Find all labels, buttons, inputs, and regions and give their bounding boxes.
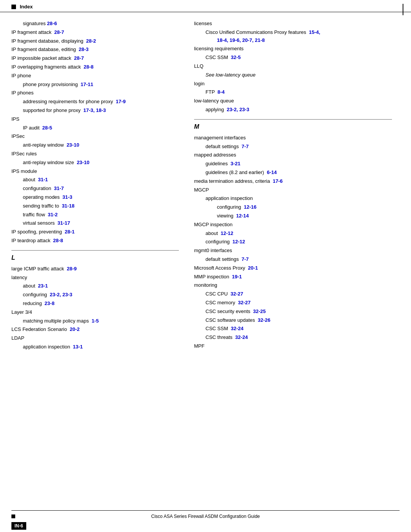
entry-text: large ICMP traffic attack [11, 266, 67, 272]
entry-link[interactable]: 17-3, 18-3 [83, 107, 106, 113]
list-item: Cisco Unified Communications Proxy featu… [194, 29, 392, 45]
footer-book-title: Cisco ASA Series Firewall ASDM Configura… [151, 514, 260, 519]
right-column: licenses Cisco Unified Communications Pr… [186, 20, 392, 352]
list-item: IPS module [11, 168, 179, 176]
entry-link[interactable]: 8-4 [218, 89, 225, 95]
entry-text: sending traffic to [23, 203, 62, 209]
left-column: signatures 28-6 IP fragment attack 28-7 … [11, 20, 186, 352]
entry-link[interactable]: 32-26 [258, 317, 270, 323]
entry-link[interactable]: 31-18 [62, 203, 74, 209]
entry-text: IP overlapping fragments attack [11, 64, 84, 70]
page-container: Index signatures 28-6 IP fragment attack… [0, 0, 411, 532]
entry-link[interactable]: 17-6 [273, 178, 283, 184]
entry-link[interactable]: 20-1 [248, 265, 258, 271]
entry-link[interactable]: 32-27 [231, 291, 243, 297]
entry-link[interactable]: 28-1 [65, 229, 75, 235]
entry-link[interactable]: 19-1 [232, 274, 242, 280]
entry-link[interactable]: 3-21 [231, 161, 241, 166]
list-item: CSC memory 32-27 [194, 299, 392, 307]
entry-text: application inspection [23, 344, 73, 350]
list-item: IP fragment database, editing 28-3 [11, 46, 179, 54]
entry-link[interactable]: 28-2 [86, 38, 96, 44]
entry-link[interactable]: 32-25 [253, 308, 266, 314]
entry-link[interactable]: 20-2 [70, 326, 80, 332]
entry-text: IPS [11, 116, 19, 122]
entry-text: IP fragment database, displaying [11, 38, 86, 44]
list-item: IPSec rules [11, 150, 179, 158]
entry-link[interactable]: 12-14 [236, 213, 249, 219]
entry-link[interactable]: 13-1 [73, 344, 83, 350]
list-item: MMP inspection 19-1 [194, 273, 392, 281]
entry-link[interactable]: 7-7 [242, 144, 249, 149]
entry-text: login [194, 81, 204, 86]
entry-link[interactable]: 32-27 [238, 300, 250, 305]
entry-link[interactable]: 31-7 [54, 185, 64, 191]
list-item: default settings 7-7 [194, 256, 392, 264]
list-item: IP teardrop attack 28-8 [11, 237, 179, 245]
entry-text: matching multiple policy maps [23, 318, 92, 324]
list-item: CSC SSM 32-5 [194, 54, 392, 62]
entry-text: IP fragment attack [11, 29, 54, 35]
entry-link[interactable]: 28-6 [47, 21, 57, 26]
entry-text: IP audit [23, 125, 42, 131]
entry-link[interactable]: 12-16 [244, 204, 256, 210]
entry-text: IP impossible packet attack [11, 55, 74, 61]
entry-link[interactable]: 28-8 [53, 238, 63, 243]
list-item: CSC software updates 32-26 [194, 316, 392, 324]
list-item: application inspection [194, 195, 392, 203]
entry-link[interactable]: 32-24 [231, 326, 243, 331]
list-item: login [194, 80, 392, 88]
entry-link[interactable]: 23-2, 23-3 [227, 107, 249, 112]
entry-link[interactable]: 7-7 [242, 256, 249, 262]
header-right-border [403, 4, 403, 15]
entry-link[interactable]: 17-11 [81, 81, 93, 87]
entry-link[interactable]: 32-24 [235, 334, 248, 340]
list-item: mgmt0 interfaces [194, 247, 392, 255]
entry-link[interactable]: 28-9 [67, 266, 76, 272]
list-item: viewing 12-14 [194, 212, 392, 220]
entry-link[interactable]: 23-1 [38, 283, 48, 289]
entry-text: LCS Federation Scenario [11, 326, 70, 332]
entry-link[interactable]: 18-4, 19-6, 20-7, 21-8 [217, 37, 265, 43]
list-item: anti-replay window 23-10 [11, 141, 179, 149]
entry-text: addressing requirements for phone proxy [23, 99, 116, 104]
entry-link[interactable]: 28-3 [79, 46, 89, 52]
entry-link[interactable]: 23-2, 23-3 [50, 292, 72, 297]
entry-link[interactable]: 23-10 [77, 160, 89, 165]
entry-link[interactable]: 31-1 [38, 177, 48, 182]
entry-text: MPF [194, 343, 204, 349]
entry-link[interactable]: 32-5 [231, 54, 241, 60]
entry-link[interactable]: 12-12 [221, 230, 233, 236]
entry-text: configuring [217, 204, 244, 210]
entry-link[interactable]: 23-8 [45, 300, 54, 306]
entry-link[interactable]: 28-7 [54, 29, 64, 35]
entry-text: operating modes [23, 194, 62, 200]
entry-link[interactable]: 28-7 [74, 55, 84, 61]
entry-link[interactable]: 31-3 [62, 194, 72, 200]
entry-text: Microsoft Access Proxy [194, 265, 248, 271]
list-item: application inspection 13-1 [11, 343, 179, 351]
list-item: See low-latency queue [194, 71, 392, 79]
entry-link[interactable]: 15-4, [309, 29, 320, 35]
entry-text: IP phone [11, 73, 31, 78]
entry-link[interactable]: 28-8 [84, 64, 94, 70]
entry-text: about [23, 177, 38, 182]
entry-link[interactable]: 6-14 [267, 169, 277, 175]
entry-text: supported for phone proxy [23, 107, 83, 113]
entry-text: MGCP [194, 187, 209, 193]
entry-link[interactable]: 17-9 [116, 99, 126, 104]
entry-link[interactable]: 31-2 [48, 212, 58, 217]
entry-text: FTP [206, 89, 218, 95]
entry-link[interactable]: 31-17 [57, 220, 70, 226]
entry-link[interactable]: 12-12 [233, 239, 245, 244]
list-item: phone proxy provisioning 17-11 [11, 81, 179, 89]
entry-text: media termination address, criteria [194, 178, 273, 184]
entry-link[interactable]: 28-5 [42, 125, 52, 131]
entry-text: reducing [23, 300, 45, 306]
entry-text: CSC SSM [206, 54, 231, 60]
entry-text: configuring [23, 292, 50, 297]
entry-link[interactable]: 23-10 [67, 142, 79, 148]
entry-link[interactable]: 1-5 [92, 318, 99, 324]
section-letter-m: M [194, 123, 392, 130]
entry-text: guidelines (8.2 and earlier) [206, 169, 267, 175]
